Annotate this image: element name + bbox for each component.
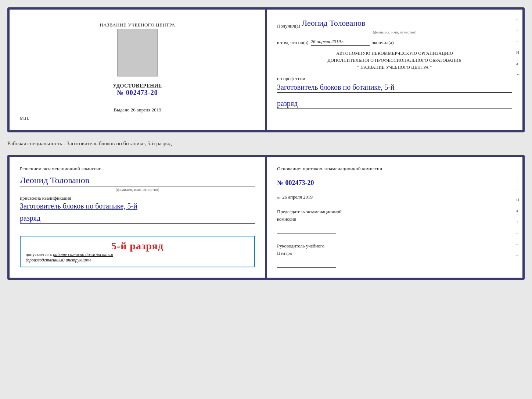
doc1-dash-after-name: – — [510, 22, 513, 29]
doc2-from-date-line: от 26 апреля 2019 — [277, 194, 512, 200]
doc2-left-panel: Решением экзаменационной комиссии Леонид… — [10, 157, 265, 278]
doc1-left-panel: НАЗВАНИЕ УЧЕБНОГО ЦЕНТРА УДОСТОВЕРЕНИЕ №… — [10, 10, 265, 130]
doc2-protocol-number: № 002473-20 — [277, 179, 512, 187]
document-card-top: НАЗВАНИЕ УЧЕБНОГО ЦЕНТРА УДОСТОВЕРЕНИЕ №… — [7, 7, 525, 132]
doc2-rank-value: разряд — [20, 214, 255, 224]
doc1-right-panel: Получил(а) Леонид Толованов – (фамилия, … — [267, 10, 522, 130]
doc1-issued-block: Выдано 26 апреля 2019 — [114, 107, 161, 113]
doc1-side-marks: – – – И а ← – – – — [516, 17, 520, 110]
doc2-director-signature-line — [277, 259, 336, 268]
doc2-stamp-rank: 5-й разряд — [26, 240, 249, 252]
doc2-basis-text: Основание: протокол экзаменационной коми… — [277, 166, 512, 172]
doc1-date-line: в том, что он(а) 26 апреля 2019г. окончи… — [277, 39, 512, 46]
doc1-rank-value: разряд — [277, 99, 512, 109]
page-wrapper: НАЗВАНИЕ УЧЕБНОГО ЦЕНТРА УДОСТОВЕРЕНИЕ №… — [7, 7, 525, 280]
doc2-fio-subtext: (фамилия, имя, отчество) — [20, 187, 255, 192]
doc2-director-line2: Центра — [277, 250, 292, 256]
doc1-training-center-label: НАЗВАНИЕ УЧЕБНОГО ЦЕНТРА — [100, 22, 175, 28]
doc1-org-line2: ДОПОЛНИТЕЛЬНОГО ПРОФЕССИОНАЛЬНОГО ОБРАЗО… — [277, 57, 512, 64]
doc2-chairman-line2: комиссии — [277, 216, 296, 222]
doc1-bottom-line — [277, 115, 512, 115]
doc2-chairman-line1: Председатель экзаменационной — [277, 209, 342, 214]
doc1-org-line3: " НАЗВАНИЕ УЧЕБНОГО ЦЕНТРА " — [277, 64, 512, 71]
doc2-qualification-label: присвоена квалификация — [20, 195, 71, 201]
doc2-chairman-block: Председатель экзаменационной комиссии — [277, 208, 512, 234]
doc1-recipient-prefix: Получил(а) — [277, 23, 300, 29]
doc2-qualification-value: Заготовитель блоков по ботанике, 5-й — [20, 202, 255, 210]
doc1-cert-number: № 002473-20 — [113, 89, 162, 97]
doc1-recipient-name: Леонид Толованов — [302, 18, 508, 29]
doc2-chairman-label: Председатель экзаменационной комиссии — [277, 208, 512, 222]
doc2-from-prefix: от — [277, 195, 281, 199]
doc2-director-block: Руководитель учебного Центра — [277, 242, 512, 268]
doc1-stamp-label: М.П. — [20, 116, 29, 121]
doc1-recipient-line: Получил(а) Леонид Толованов – — [277, 18, 512, 29]
doc1-issued-date: 26 апреля 2019 — [131, 107, 161, 113]
doc2-director-line1: Руководитель учебного — [277, 243, 324, 249]
doc2-rank-block: разряд — [20, 214, 255, 224]
document-card-bottom: Решением экзаменационной комиссии Леонид… — [7, 155, 525, 280]
doc1-org-line1: АВТОНОМНУЮ НЕКОММЕРЧЕСКУЮ ОРГАНИЗАЦИЮ — [277, 50, 512, 57]
doc2-stamp-work: работе согласно должностным — [53, 252, 113, 257]
doc1-cert-block: УДОСТОВЕРЕНИЕ № 002473-20 — [113, 83, 162, 97]
middle-specialty-label: Рабочая специальность - Заготовитель бло… — [7, 139, 525, 148]
doc2-person-name: Леонид Толованов — [20, 175, 255, 186]
doc1-date-suffix: окончил(а) — [372, 40, 394, 46]
doc1-fio-subtext: (фамилия, имя, отчество) — [277, 30, 512, 34]
doc2-decision-text: Решением экзаменационной комиссии — [20, 166, 255, 172]
doc2-from-date: 26 апреля 2019 — [282, 194, 313, 200]
doc1-org-block: АВТОНОМНУЮ НЕКОММЕРЧЕСКУЮ ОРГАНИЗАЦИЮ ДО… — [277, 50, 512, 71]
doc1-cert-label: УДОСТОВЕРЕНИЕ — [113, 83, 162, 89]
doc1-rank-block: разряд — [277, 97, 512, 109]
doc2-stamp-instructions-block: (производственным) инструкциям — [26, 257, 249, 263]
doc2-dash-line — [20, 229, 255, 229]
doc2-stamp-box: 5-й разряд допускается к работе согласно… — [20, 236, 255, 267]
doc2-chairman-signature-line — [277, 225, 336, 234]
doc1-date-prefix: в том, что он(а) — [277, 40, 309, 46]
doc2-person-block: Леонид Толованов (фамилия, имя, отчество… — [20, 175, 255, 192]
doc1-profession-label: по профессии — [277, 76, 305, 81]
doc2-side-marks: – – – И а ← – – – — [516, 164, 520, 257]
doc1-stamp-area: М.П. — [20, 116, 29, 121]
doc1-recipient-block: Получил(а) Леонид Толованов – (фамилия, … — [277, 18, 512, 34]
doc2-stamp-admitted-block: допускается к работе согласно должностны… — [26, 252, 249, 257]
doc2-stamp-instructions: (производственным) инструкциям — [26, 257, 91, 263]
doc2-stamp-admitted: допускается к — [26, 252, 52, 257]
doc2-qualification-block: присвоена квалификация Заготовитель блок… — [20, 195, 255, 210]
doc1-date-value: 26 апреля 2019г. — [311, 39, 370, 46]
doc1-photo-placeholder — [117, 29, 158, 76]
doc1-profession-value: Заготовитель блоков по ботанике, 5-й — [277, 83, 512, 93]
doc1-profession-block: по профессии Заготовитель блоков по бота… — [277, 76, 512, 93]
doc1-signature-divider — [104, 105, 170, 105]
doc2-director-label: Руководитель учебного Центра — [277, 242, 512, 257]
doc2-right-panel: Основание: протокол экзаменационной коми… — [267, 157, 522, 278]
doc1-issued-label: Выдано — [114, 107, 129, 113]
